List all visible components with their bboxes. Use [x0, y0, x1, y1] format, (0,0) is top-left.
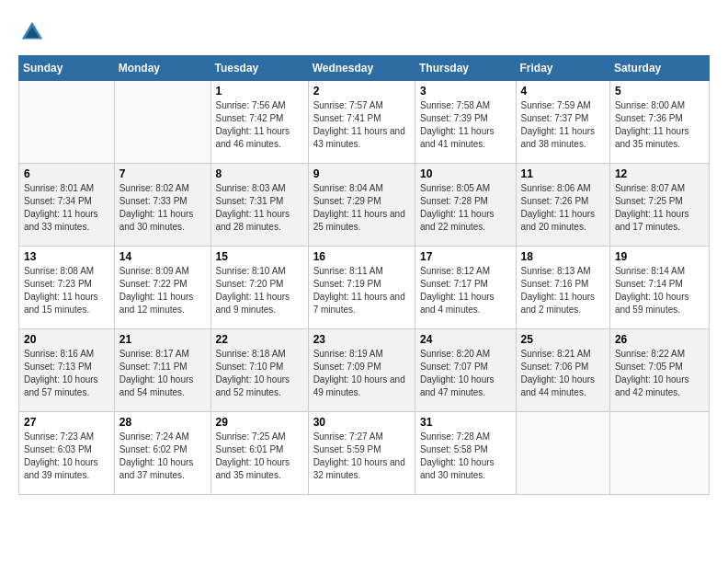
week-row-1: 1Sunrise: 7:56 AMSunset: 7:42 PMDaylight… [19, 81, 710, 164]
day-info: Sunrise: 7:25 AMSunset: 6:01 PMDaylight:… [216, 431, 303, 482]
day-number: 22 [216, 333, 303, 346]
day-number: 7 [119, 167, 206, 180]
day-number: 19 [615, 250, 704, 263]
calendar-cell: 10Sunrise: 8:05 AMSunset: 7:28 PMDayligh… [415, 164, 516, 247]
calendar-cell [114, 81, 210, 164]
day-number: 5 [615, 85, 704, 98]
day-info: Sunrise: 8:02 AMSunset: 7:33 PMDaylight:… [119, 182, 206, 234]
day-info: Sunrise: 7:58 AMSunset: 7:39 PMDaylight:… [420, 99, 511, 151]
day-number: 21 [119, 333, 206, 346]
calendar-cell: 25Sunrise: 8:21 AMSunset: 7:06 PMDayligh… [516, 329, 609, 412]
day-number: 20 [24, 333, 109, 346]
day-info: Sunrise: 7:28 AMSunset: 5:58 PMDaylight:… [420, 431, 511, 482]
calendar-cell: 13Sunrise: 8:08 AMSunset: 7:23 PMDayligh… [19, 247, 115, 329]
day-number: 3 [420, 85, 511, 98]
calendar-cell: 23Sunrise: 8:19 AMSunset: 7:09 PMDayligh… [308, 329, 415, 412]
day-info: Sunrise: 8:08 AMSunset: 7:23 PMDaylight:… [24, 265, 109, 316]
day-info: Sunrise: 8:03 AMSunset: 7:31 PMDaylight:… [216, 182, 303, 234]
day-info: Sunrise: 8:16 AMSunset: 7:13 PMDaylight:… [24, 348, 109, 399]
day-number: 26 [615, 333, 704, 346]
day-number: 28 [119, 416, 206, 429]
calendar-cell: 5Sunrise: 8:00 AMSunset: 7:36 PMDaylight… [609, 81, 709, 164]
day-info: Sunrise: 8:09 AMSunset: 7:22 PMDaylight:… [119, 265, 206, 316]
calendar-cell: 20Sunrise: 8:16 AMSunset: 7:13 PMDayligh… [19, 329, 115, 412]
day-info: Sunrise: 7:24 AMSunset: 6:02 PMDaylight:… [119, 431, 206, 482]
calendar-cell: 11Sunrise: 8:06 AMSunset: 7:26 PMDayligh… [516, 164, 609, 247]
day-number: 16 [313, 250, 410, 263]
calendar-cell: 17Sunrise: 8:12 AMSunset: 7:17 PMDayligh… [415, 247, 516, 329]
calendar-cell: 24Sunrise: 8:20 AMSunset: 7:07 PMDayligh… [415, 329, 516, 412]
calendar-cell: 22Sunrise: 8:18 AMSunset: 7:10 PMDayligh… [210, 329, 308, 412]
header-day-friday: Friday [516, 56, 609, 81]
header-day-wednesday: Wednesday [308, 56, 415, 81]
day-number: 4 [521, 85, 605, 98]
day-number: 24 [420, 333, 511, 346]
calendar-header-row: SundayMondayTuesdayWednesdayThursdayFrid… [19, 56, 710, 81]
day-number: 25 [521, 333, 605, 346]
day-number: 31 [420, 416, 511, 429]
calendar-cell: 27Sunrise: 7:23 AMSunset: 6:03 PMDayligh… [19, 412, 115, 495]
day-number: 15 [216, 250, 303, 263]
header-day-tuesday: Tuesday [210, 56, 308, 81]
day-number: 12 [615, 167, 704, 180]
day-number: 11 [521, 167, 605, 180]
day-info: Sunrise: 8:07 AMSunset: 7:25 PMDaylight:… [615, 182, 704, 234]
calendar-cell [609, 412, 709, 495]
day-info: Sunrise: 8:21 AMSunset: 7:06 PMDaylight:… [521, 348, 605, 399]
calendar-cell: 21Sunrise: 8:17 AMSunset: 7:11 PMDayligh… [114, 329, 210, 412]
day-info: Sunrise: 7:57 AMSunset: 7:41 PMDaylight:… [313, 99, 410, 151]
calendar-cell: 14Sunrise: 8:09 AMSunset: 7:22 PMDayligh… [114, 247, 210, 329]
day-info: Sunrise: 7:23 AMSunset: 6:03 PMDaylight:… [24, 431, 109, 482]
day-number: 23 [313, 333, 410, 346]
day-info: Sunrise: 8:19 AMSunset: 7:09 PMDaylight:… [313, 348, 410, 399]
calendar-cell: 3Sunrise: 7:58 AMSunset: 7:39 PMDaylight… [415, 81, 516, 164]
header-day-saturday: Saturday [609, 56, 709, 81]
calendar-cell: 30Sunrise: 7:27 AMSunset: 5:59 PMDayligh… [308, 412, 415, 495]
day-info: Sunrise: 8:00 AMSunset: 7:36 PMDaylight:… [615, 99, 704, 151]
day-number: 29 [216, 416, 303, 429]
day-info: Sunrise: 8:06 AMSunset: 7:26 PMDaylight:… [521, 182, 605, 234]
logo-icon [18, 18, 46, 46]
day-number: 8 [216, 167, 303, 180]
day-number: 30 [313, 416, 410, 429]
day-info: Sunrise: 8:01 AMSunset: 7:34 PMDaylight:… [24, 182, 109, 234]
day-info: Sunrise: 7:59 AMSunset: 7:37 PMDaylight:… [521, 99, 605, 151]
calendar-cell: 6Sunrise: 8:01 AMSunset: 7:34 PMDaylight… [19, 164, 115, 247]
header-day-sunday: Sunday [19, 56, 115, 81]
header-day-monday: Monday [114, 56, 210, 81]
calendar-cell [516, 412, 609, 495]
day-number: 2 [313, 85, 410, 98]
day-info: Sunrise: 8:17 AMSunset: 7:11 PMDaylight:… [119, 348, 206, 399]
calendar-cell: 7Sunrise: 8:02 AMSunset: 7:33 PMDaylight… [114, 164, 210, 247]
calendar-cell: 15Sunrise: 8:10 AMSunset: 7:20 PMDayligh… [210, 247, 308, 329]
header-day-thursday: Thursday [415, 56, 516, 81]
day-info: Sunrise: 7:27 AMSunset: 5:59 PMDaylight:… [313, 431, 410, 482]
day-info: Sunrise: 8:10 AMSunset: 7:20 PMDaylight:… [216, 265, 303, 316]
calendar-cell: 16Sunrise: 8:11 AMSunset: 7:19 PMDayligh… [308, 247, 415, 329]
calendar-cell: 26Sunrise: 8:22 AMSunset: 7:05 PMDayligh… [609, 329, 709, 412]
calendar-cell: 18Sunrise: 8:13 AMSunset: 7:16 PMDayligh… [516, 247, 609, 329]
day-info: Sunrise: 8:05 AMSunset: 7:28 PMDaylight:… [420, 182, 511, 234]
calendar-cell: 2Sunrise: 7:57 AMSunset: 7:41 PMDaylight… [308, 81, 415, 164]
day-number: 9 [313, 167, 410, 180]
calendar-table: SundayMondayTuesdayWednesdayThursdayFrid… [18, 55, 710, 495]
day-number: 14 [119, 250, 206, 263]
week-row-4: 20Sunrise: 8:16 AMSunset: 7:13 PMDayligh… [19, 329, 710, 412]
calendar-cell: 4Sunrise: 7:59 AMSunset: 7:37 PMDaylight… [516, 81, 609, 164]
day-info: Sunrise: 8:22 AMSunset: 7:05 PMDaylight:… [615, 348, 704, 399]
day-number: 10 [420, 167, 511, 180]
calendar-cell: 9Sunrise: 8:04 AMSunset: 7:29 PMDaylight… [308, 164, 415, 247]
day-info: Sunrise: 8:04 AMSunset: 7:29 PMDaylight:… [313, 182, 410, 234]
header [18, 18, 710, 46]
calendar-cell: 12Sunrise: 8:07 AMSunset: 7:25 PMDayligh… [609, 164, 709, 247]
week-row-2: 6Sunrise: 8:01 AMSunset: 7:34 PMDaylight… [19, 164, 710, 247]
day-number: 17 [420, 250, 511, 263]
week-row-3: 13Sunrise: 8:08 AMSunset: 7:23 PMDayligh… [19, 247, 710, 329]
calendar-cell: 29Sunrise: 7:25 AMSunset: 6:01 PMDayligh… [210, 412, 308, 495]
calendar-cell: 19Sunrise: 8:14 AMSunset: 7:14 PMDayligh… [609, 247, 709, 329]
day-info: Sunrise: 7:56 AMSunset: 7:42 PMDaylight:… [216, 99, 303, 151]
week-row-5: 27Sunrise: 7:23 AMSunset: 6:03 PMDayligh… [19, 412, 710, 495]
logo [18, 18, 50, 46]
day-info: Sunrise: 8:13 AMSunset: 7:16 PMDaylight:… [521, 265, 605, 316]
day-info: Sunrise: 8:20 AMSunset: 7:07 PMDaylight:… [420, 348, 511, 399]
